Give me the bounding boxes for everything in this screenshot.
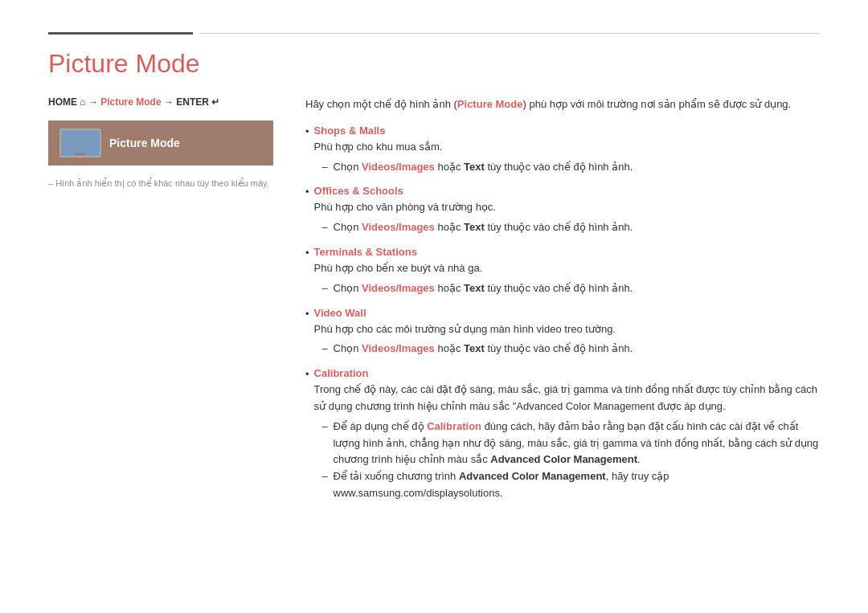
text-label: Text [464,342,485,354]
text-label: Text [464,161,485,173]
acm-label2: Advanced Color Management [490,453,637,465]
acm-label: Advanced Color Management [516,400,654,412]
divider-right [199,33,820,34]
bullet-icon: • [305,186,309,198]
divider-left [48,32,193,35]
offices-schools-sublist: Chọn Videos/Images hoặc Text tùy thuộc v… [314,219,820,236]
intro-text: Hãy chọn một chế độ hình ảnh (Picture Mo… [305,96,820,113]
menu-icon-thumbnail [59,129,101,157]
text-label: Text [464,221,485,233]
video-wall-section: Video Wall Phù hợp cho các môi trường sử… [314,307,820,358]
bullet-icon: • [305,247,309,259]
offices-schools-title: Offices & Schools [314,185,820,197]
terminals-stations-sublist: Chọn Videos/Images hoặc Text tùy thuộc v… [314,280,820,297]
sub-list-item: Chọn Videos/Images hoặc Text tùy thuộc v… [322,159,820,176]
section-list: • Shops & Malls Phù hợp cho khu mua sắm.… [305,125,820,502]
content-wrapper: HOME ⌂ → Picture Mode → ENTER ↵ Picture … [48,96,820,512]
breadcrumb-home: HOME [48,96,77,108]
terminals-stations-desc: Phù hợp cho bến xe buýt và nhà ga. [314,260,820,277]
list-item: • Video Wall Phù hợp cho các môi trường … [305,307,820,358]
video-wall-sublist: Chọn Videos/Images hoặc Text tùy thuộc v… [314,341,820,358]
breadcrumb-arrow1: → [88,96,98,108]
video-wall-desc: Phù hợp cho các môi trường sử dụng màn h… [314,321,820,338]
breadcrumb: HOME ⌂ → Picture Mode → ENTER ↵ [48,96,273,108]
calibration-sublist: Để áp dụng chế độ Calibration đúng cách,… [314,419,820,502]
intro-after: ) phù hợp với môi trường nơi sản phẩm sẽ… [522,98,791,110]
bullet-icon: • [305,368,309,380]
intro-highlight: Picture Mode [457,98,523,110]
videos-images-label: Videos/Images [362,161,435,173]
shops-malls-title: Shops & Malls [314,125,820,137]
offices-schools-section: Offices & Schools Phù hợp cho văn phòng … [314,185,820,236]
calibration-desc: Trong chế độ này, các cài đặt độ sáng, m… [314,382,820,415]
sub-list-item: Chọn Videos/Images hoặc Text tùy thuộc v… [322,280,820,297]
sub-list-item: Để áp dụng chế độ Calibration đúng cách,… [322,419,820,468]
breadcrumb-mode: Picture Mode [100,96,161,108]
list-item: • Offices & Schools Phù hợp cho văn phòn… [305,185,820,236]
videos-images-label: Videos/Images [362,221,435,233]
calibration-section: Calibration Trong chế độ này, các cài đặ… [314,367,820,502]
left-panel: HOME ⌂ → Picture Mode → ENTER ↵ Picture … [48,96,273,512]
list-item: • Shops & Malls Phù hợp cho khu mua sắm.… [305,125,820,176]
shops-malls-section: Shops & Malls Phù hợp cho khu mua sắm. C… [314,125,820,176]
bullet-icon: • [305,125,309,137]
home-icon: ⌂ [80,96,88,108]
shops-malls-desc: Phù hợp cho khu mua sắm. [314,139,820,156]
terminals-stations-title: Terminals & Stations [314,246,820,258]
right-panel: Hãy chọn một chế độ hình ảnh (Picture Mo… [305,96,820,512]
video-wall-title: Video Wall [314,307,820,319]
menu-box: Picture Mode [48,121,273,166]
calibration-inline: Calibration [427,420,481,432]
note-text: – Hình ảnh hiển thị có thể khác nhau tùy… [48,178,273,189]
videos-images-label: Videos/Images [362,342,435,354]
offices-schools-desc: Phù hợp cho văn phòng và trường học. [314,199,820,216]
list-item: • Calibration Trong chế độ này, các cài … [305,367,820,502]
sub-list-item: Chọn Videos/Images hoặc Text tùy thuộc v… [322,341,820,358]
calibration-title: Calibration [314,367,820,379]
breadcrumb-enter: ENTER [176,96,209,108]
acm-label3: Advanced Color Management [459,470,606,482]
intro-before: Hãy chọn một chế độ hình ảnh ( [305,98,457,110]
page-title: Picture Mode [48,49,820,79]
menu-box-label: Picture Mode [109,137,180,149]
sub-list-item: Chọn Videos/Images hoặc Text tùy thuộc v… [322,219,820,236]
sub-list-item: Để tải xuống chương trình Advanced Color… [322,468,820,502]
videos-images-label: Videos/Images [362,282,435,294]
terminals-stations-section: Terminals & Stations Phù hợp cho bến xe … [314,246,820,297]
list-item: • Terminals & Stations Phù hợp cho bến x… [305,246,820,297]
enter-icon: ↵ [211,96,219,108]
top-divider [48,32,820,35]
text-label: Text [464,282,485,294]
shops-malls-sublist: Chọn Videos/Images hoặc Text tùy thuộc v… [314,159,820,176]
bullet-icon: • [305,308,309,320]
breadcrumb-arrow2: → [164,96,174,108]
